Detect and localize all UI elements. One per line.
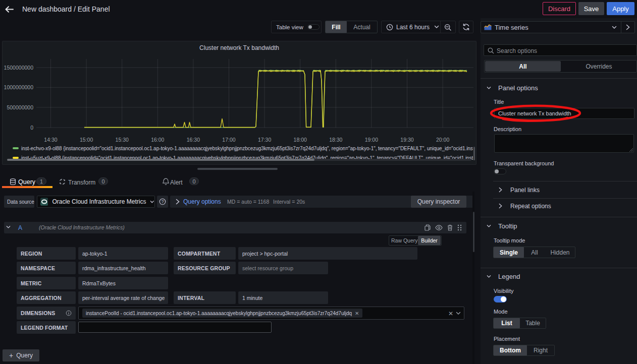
- svg-text:1500000000: 1500000000: [4, 65, 34, 71]
- svg-text:500000000: 500000000: [7, 104, 33, 110]
- svg-text:20:00: 20:00: [436, 137, 449, 143]
- svg-text:?: ?: [162, 199, 164, 204]
- svg-text:19:30: 19:30: [400, 137, 413, 143]
- svg-text:15:30: 15:30: [116, 137, 129, 143]
- svg-text:18:00: 18:00: [294, 137, 307, 143]
- svg-text:14:30: 14:30: [44, 137, 57, 143]
- svg-text:19:00: 19:00: [365, 137, 378, 143]
- svg-text:17:30: 17:30: [258, 137, 271, 143]
- svg-text:1000000000: 1000000000: [4, 84, 34, 90]
- svg-text:17:00: 17:00: [222, 137, 235, 143]
- svg-text:15:00: 15:00: [80, 137, 93, 143]
- svg-text:16:30: 16:30: [187, 137, 200, 143]
- svg-text:0: 0: [30, 125, 33, 131]
- svg-text:16:00: 16:00: [151, 137, 164, 143]
- svg-text:18:30: 18:30: [329, 137, 342, 143]
